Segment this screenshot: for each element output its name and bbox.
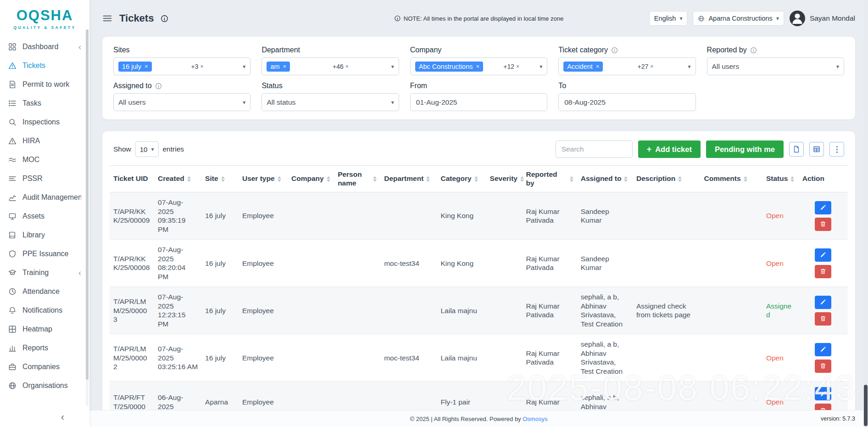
info-icon[interactable] <box>611 47 618 54</box>
sidebar-item-heatmap[interactable]: Heatmap <box>0 320 89 338</box>
sidebar-item-inspections[interactable]: Inspections <box>0 112 89 131</box>
remove-chip-icon[interactable]: × <box>145 63 148 70</box>
edit-ticket-button[interactable] <box>815 296 831 309</box>
column-header-site[interactable]: Site <box>201 166 239 192</box>
selected-chip[interactable]: 16 july× <box>118 62 152 72</box>
sidebar-item-assets[interactable]: Assets <box>0 207 89 225</box>
more-count[interactable]: +46× <box>333 63 349 70</box>
language-select[interactable]: English ▾ <box>649 11 688 26</box>
sidebar-item-companies[interactable]: Companies <box>0 357 89 376</box>
company-multiselect[interactable]: Abc Constructions× +12× ▾ <box>410 57 547 75</box>
to-date-input[interactable] <box>558 93 696 111</box>
column-header-status[interactable]: Status <box>762 166 799 192</box>
remove-chip-icon[interactable]: × <box>596 63 600 70</box>
sidebar-item-tasks[interactable]: Tasks <box>0 94 89 112</box>
language-value: English <box>654 15 676 22</box>
info-icon[interactable] <box>155 83 162 90</box>
status-select[interactable]: All status ▾ <box>262 93 399 111</box>
more-count[interactable]: +12× <box>503 63 519 70</box>
delete-ticket-button[interactable] <box>815 265 831 278</box>
page-size-select[interactable]: 10 ▾ <box>135 141 159 157</box>
column-header-person-name[interactable]: Person name <box>334 166 380 192</box>
department-label: Department <box>262 46 399 54</box>
edit-ticket-button[interactable] <box>815 201 831 214</box>
chevron-left-icon[interactable]: ‹ <box>78 43 81 51</box>
osmosys-link[interactable]: Osmosys <box>523 416 547 422</box>
column-header-reported-by[interactable]: Reported by <box>522 166 577 192</box>
column-header-assigned-to[interactable]: Assigned to <box>577 166 633 192</box>
delete-ticket-button[interactable] <box>815 360 831 373</box>
selected-chip[interactable]: Abc Constructions× <box>415 62 483 72</box>
sidebar-item-label: Tickets <box>22 62 45 70</box>
edit-ticket-button[interactable] <box>815 343 831 356</box>
chevron-down-icon: ▾ <box>243 100 245 105</box>
scrollbar-thumb[interactable] <box>864 385 868 426</box>
sidebar-collapse-button[interactable]: ‹ <box>0 411 89 423</box>
delete-ticket-button[interactable] <box>815 218 831 231</box>
delete-ticket-button[interactable] <box>815 312 831 326</box>
selected-chip[interactable]: am× <box>267 62 290 72</box>
more-count[interactable]: +27× <box>638 63 654 70</box>
sidebar-item-library[interactable]: Library <box>0 225 89 244</box>
cell-department <box>380 192 437 240</box>
assigned-to-select[interactable]: All users ▾ <box>113 93 250 111</box>
column-header-user-type[interactable]: User type <box>239 166 288 192</box>
tickets-info-icon[interactable] <box>161 15 168 22</box>
ticket-category-multiselect[interactable]: Accident× +27× ▾ <box>558 57 696 75</box>
column-header-created[interactable]: Created <box>154 166 201 192</box>
from-date-input[interactable] <box>410 93 547 111</box>
export-file-button[interactable] <box>789 142 804 157</box>
remove-chip-icon[interactable]: × <box>283 63 287 70</box>
column-header-severity[interactable]: Severity <box>486 166 523 192</box>
clear-icon[interactable]: × <box>200 63 203 70</box>
menu-icon[interactable] <box>102 13 112 23</box>
sidebar-item-dashboard[interactable]: Dashboard‹ <box>0 37 89 56</box>
column-header-description[interactable]: Description <box>633 166 701 192</box>
edit-ticket-button[interactable] <box>815 387 831 400</box>
column-header-category[interactable]: Category <box>437 166 486 192</box>
column-header-comments[interactable]: Comments <box>701 166 762 192</box>
chevron-left-icon[interactable]: ‹ <box>78 269 81 277</box>
sidebar-item-label: PPE Issuance <box>22 250 69 258</box>
remove-chip-icon[interactable]: × <box>476 63 479 70</box>
sites-multiselect[interactable]: 16 july× +3× ▾ <box>113 57 250 75</box>
sidebar-item-training[interactable]: Training‹ <box>0 263 89 282</box>
edit-ticket-button[interactable] <box>815 248 831 262</box>
user-menu[interactable]: Sayan Mondal <box>790 11 855 26</box>
ticket-category-label: Ticket category <box>558 46 696 54</box>
department-multiselect[interactable]: am× +46× ▾ <box>262 57 399 75</box>
reported-by-select[interactable]: All users ▾ <box>707 57 844 75</box>
sidebar-item-reports[interactable]: Reports <box>0 338 89 357</box>
clear-icon[interactable]: × <box>650 63 653 70</box>
organisation-value: Aparna Constructions <box>708 15 772 22</box>
sidebar-item-attendance[interactable]: Attendance <box>0 282 89 301</box>
info-icon[interactable] <box>750 47 757 54</box>
more-options-button[interactable]: ⋮ <box>829 142 844 157</box>
brand-logo[interactable]: OQSHA QUALITY & SAFETY <box>0 0 89 34</box>
sidebar-item-pssr[interactable]: PSSR <box>0 169 89 188</box>
page-scrollbar[interactable] <box>863 0 868 427</box>
column-header-company[interactable]: Company <box>288 166 334 192</box>
sidebar-item-organisations[interactable]: Organisations <box>0 376 89 395</box>
sidebar-item-audit-management[interactable]: Audit Management <box>0 188 89 207</box>
pending-with-me-button[interactable]: Pending with me <box>706 140 784 158</box>
sidebar-item-notifications[interactable]: Notifications <box>0 301 89 320</box>
sidebar-item-moc[interactable]: MOC <box>0 150 89 169</box>
assigned-to-label: Assigned to <box>113 82 250 90</box>
sidebar-item-hira[interactable]: HIRA <box>0 131 89 150</box>
delete-ticket-button[interactable] <box>815 404 831 410</box>
sidebar-item-tickets[interactable]: Tickets <box>0 56 89 75</box>
sidebar-item-permit-to-work[interactable]: Permit to work <box>0 75 89 94</box>
scrollbar-thumb[interactable] <box>86 29 89 380</box>
selected-chip[interactable]: Accident× <box>563 62 603 72</box>
organisation-select[interactable]: Aparna Constructions ▾ <box>693 11 784 26</box>
column-visibility-button[interactable] <box>809 142 824 157</box>
clear-icon[interactable]: × <box>345 63 349 70</box>
sidebar-scrollbar[interactable] <box>86 29 89 406</box>
column-header-department[interactable]: Department <box>380 166 437 192</box>
sidebar-item-ppe-issuance[interactable]: PPE Issuance <box>0 244 89 263</box>
search-input[interactable] <box>556 140 633 158</box>
clear-icon[interactable]: × <box>516 63 519 70</box>
more-count[interactable]: +3× <box>191 63 203 70</box>
add-ticket-button[interactable]: + Add ticket <box>638 140 701 158</box>
